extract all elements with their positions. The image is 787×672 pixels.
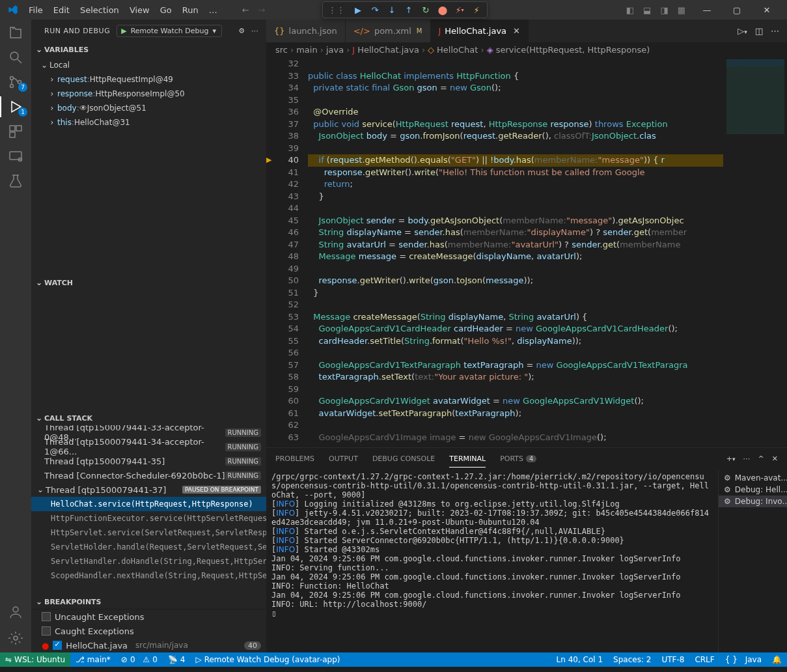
menu-file[interactable]: File	[23, 3, 48, 18]
step-over-button[interactable]: ↷	[370, 5, 380, 15]
crumb[interactable]: java	[326, 45, 344, 55]
minimap[interactable]	[723, 57, 787, 447]
var-body[interactable]: ›body: 👁 JsonObject@51	[31, 101, 266, 115]
layout-icon[interactable]: ▦	[678, 5, 685, 15]
stack-frame[interactable]: ServletHolder.handle(Request,ServletRequ…	[31, 540, 266, 554]
close-panel-icon[interactable]: ✕	[772, 455, 778, 463]
stack-frame[interactable]: ScopedHandler.nextHandle(String,Request,…	[31, 568, 266, 583]
minimize-button[interactable]: —	[692, 0, 722, 20]
drag-icon[interactable]: ⋮⋮	[328, 5, 345, 15]
panel-left-icon[interactable]: ◧	[626, 5, 634, 15]
crumb[interactable]: HelloChat.java	[357, 45, 419, 55]
crumb[interactable]: HelloChat	[437, 45, 478, 55]
scope-local[interactable]: ⌄Local	[31, 58, 266, 72]
crumb[interactable]: src	[275, 45, 288, 55]
sb-bell[interactable]: 🔔	[767, 652, 787, 667]
thread-row[interactable]: ⌄Thread [qtp1500079441-37]PAUSED ON BREA…	[31, 483, 266, 497]
step-into-button[interactable]: ↓	[387, 5, 397, 15]
debug-icon[interactable]: 1	[8, 99, 23, 115]
menu-edit[interactable]: Edit	[48, 3, 75, 18]
search-icon[interactable]	[8, 49, 23, 65]
panel-bottom-icon[interactable]: ⬓	[643, 5, 651, 15]
restart-button[interactable]: ↻	[421, 5, 431, 15]
sb-problems[interactable]: ⊘0 ⚠0	[116, 652, 163, 667]
section-callstack[interactable]: ⌄CALL STACK	[31, 411, 266, 425]
menu-…[interactable]: …	[204, 3, 223, 18]
thread-row[interactable]: Thread [Connector-Scheduler-6920b0bc-1]R…	[31, 468, 266, 483]
terminal-output[interactable]: /grpc/grpc-context/1.27.2/grpc-context-1…	[266, 469, 718, 652]
var-this[interactable]: ›this: HelloChat@31	[31, 115, 266, 130]
stop-button[interactable]: ⬤	[437, 5, 448, 15]
nav-back[interactable]: ←	[242, 5, 249, 15]
more-icon[interactable]: ⋯	[743, 455, 751, 463]
var-request[interactable]: ›request: HttpRequestImpl@49	[31, 72, 266, 87]
run-icon[interactable]: ▷▾	[738, 26, 747, 36]
bp-file[interactable]: ● HelloChat.java src/main/java 40	[31, 638, 266, 652]
account-icon[interactable]	[8, 604, 23, 620]
tab-HelloChat.java[interactable]: JHelloChat.java✕	[431, 20, 529, 42]
var-response[interactable]: ›response: HttpResponseImpl@50	[31, 87, 266, 101]
split-icon[interactable]: ◫	[755, 26, 763, 36]
stack-frame[interactable]: ServletHandler.doHandle(String,Request,H…	[31, 554, 266, 568]
breadcrumb[interactable]: src› main› java› J HelloChat.java› ◇ Hel…	[266, 42, 787, 57]
panel-tab-terminal[interactable]: TERMINAL	[449, 451, 486, 468]
thread-row[interactable]: Thread [qtp1500079441-34-acceptor-1@66..…	[31, 440, 266, 454]
disconnect-button[interactable]: ⚡▾	[454, 5, 465, 15]
sb-spaces[interactable]: Spaces: 2	[608, 652, 656, 667]
menu-view[interactable]: View	[124, 3, 155, 18]
terminal-item[interactable]: ⚙Debug: Invo...	[719, 496, 787, 507]
sb-debug-config[interactable]: ▷Remote Watch Debug (avatar-app)	[190, 652, 345, 667]
extensions-icon[interactable]	[8, 124, 23, 139]
panel-tab-debug-console[interactable]: DEBUG CONSOLE	[372, 451, 435, 467]
menu-run[interactable]: Run	[177, 3, 204, 18]
chevron-up-icon[interactable]: ^	[758, 455, 764, 463]
sb-lncol[interactable]: Ln 40, Col 1	[551, 652, 609, 667]
sb-ports[interactable]: 📡4	[163, 652, 191, 667]
close-icon[interactable]: ✕	[513, 26, 520, 36]
section-variables[interactable]: ⌄VARIABLES	[31, 42, 266, 57]
gear-icon[interactable]: ⚙	[238, 27, 245, 35]
menu-selection[interactable]: Selection	[75, 3, 124, 18]
tab-launch.json[interactable]: {}launch.json	[266, 20, 346, 42]
code-editor[interactable]: ▶ 32333435363738394041424344454647484950…	[266, 57, 787, 447]
panel-right-icon[interactable]: ◨	[660, 5, 668, 15]
more-icon[interactable]: ⋯	[251, 27, 258, 35]
panel-tab-ports[interactable]: PORTS4	[500, 451, 536, 467]
terminal-item[interactable]: ⚙Maven-avat...	[719, 472, 787, 484]
sb-lang[interactable]: { } Java	[720, 652, 767, 667]
sb-branch[interactable]: ⎇main*	[70, 652, 116, 667]
stack-frame[interactable]: HttpServlet.service(ServletRequest,Servl…	[31, 525, 266, 540]
hot-reload-button[interactable]: ⚡	[471, 5, 482, 15]
crumb[interactable]: service(HttpRequest, HttpResponse)	[496, 45, 650, 55]
panel-tab-problems[interactable]: PROBLEMS	[275, 451, 314, 467]
thread-row[interactable]: Thread [qtp1500079441-35]RUNNING	[31, 454, 266, 468]
checkbox[interactable]	[53, 641, 62, 650]
checkbox[interactable]	[42, 626, 51, 636]
stack-frame[interactable]: HttpFunctionExecutor.service(HttpServlet…	[31, 511, 266, 525]
checkbox[interactable]	[42, 612, 51, 621]
remote-icon[interactable]	[8, 148, 23, 164]
crumb[interactable]: main	[296, 45, 317, 55]
maximize-button[interactable]: ▢	[722, 0, 752, 20]
stack-frame[interactable]: HelloChat.service(HttpRequest,HttpRespon…	[31, 497, 266, 511]
explorer-icon[interactable]	[8, 25, 23, 40]
section-breakpoints[interactable]: ⌄BREAKPOINTS	[31, 595, 266, 609]
more-icon[interactable]: ⋯	[771, 26, 779, 36]
section-watch[interactable]: ⌄WATCH	[31, 275, 266, 290]
continue-button[interactable]: ▶	[353, 5, 363, 15]
sb-eol[interactable]: CRLF	[689, 652, 719, 667]
settings-icon[interactable]	[8, 630, 23, 646]
close-button[interactable]: ✕	[752, 0, 782, 20]
nav-fwd[interactable]: →	[258, 5, 266, 15]
terminal-item[interactable]: ⚙Debug: Hell...	[719, 484, 787, 496]
bp-caught[interactable]: Caught Exceptions	[31, 624, 266, 638]
step-out-button[interactable]: ↑	[404, 5, 414, 15]
sb-encoding[interactable]: UTF-8	[656, 652, 689, 667]
beaker-icon[interactable]	[8, 173, 23, 189]
menu-go[interactable]: Go	[155, 3, 177, 18]
panel-tab-output[interactable]: OUTPUT	[329, 451, 358, 467]
new-terminal-icon[interactable]: +▾	[726, 455, 736, 463]
launch-config[interactable]: ▶ Remote Watch Debug ▾	[117, 25, 222, 37]
sb-remote[interactable]: ⇋WSL: Ubuntu	[0, 652, 70, 667]
bp-uncaught[interactable]: Uncaught Exceptions	[31, 609, 266, 624]
